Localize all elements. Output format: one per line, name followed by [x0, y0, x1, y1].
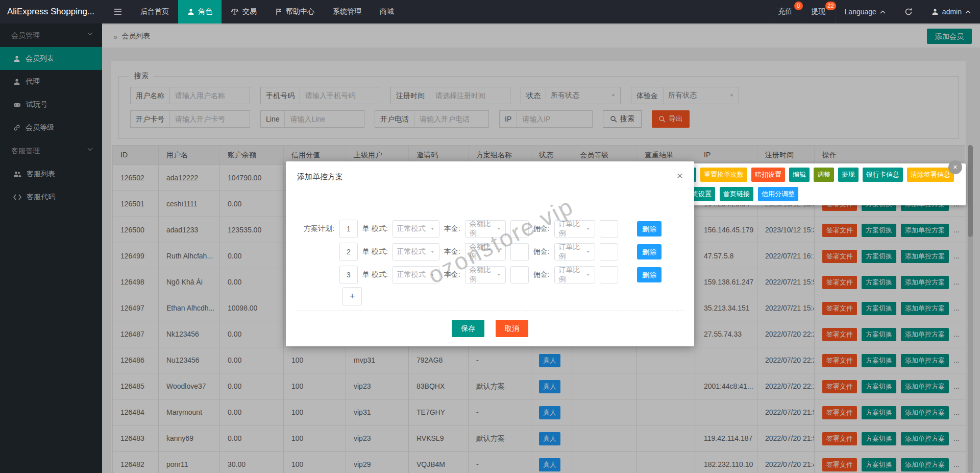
delete-row-button[interactable]: 删除 — [637, 267, 662, 282]
select-value: 余额比例 — [470, 266, 497, 284]
plan-count-input[interactable] — [339, 243, 358, 261]
select-value: 余额比例 — [470, 243, 497, 261]
caret-down-icon: ▼ — [430, 250, 435, 254]
principal-label: 本金: — [444, 224, 460, 233]
navbar-menu: 后台首页角色交易帮助中心系统管理商城 — [131, 0, 403, 23]
plan-count-input[interactable] — [339, 266, 358, 284]
save-button[interactable]: 保存 — [452, 320, 484, 337]
nav-item-label: 后台首页 — [140, 7, 169, 16]
commission-select[interactable]: 订单比例▼ — [554, 266, 595, 283]
principal-value-input[interactable] — [510, 220, 529, 238]
unit-mode-label: 单 模式: — [362, 247, 388, 256]
nav-item-label: 角色 — [198, 7, 212, 16]
nav-item-后台首页[interactable]: 后台首页 — [131, 0, 178, 23]
chevron-up-icon — [880, 10, 886, 14]
plan-count-input[interactable] — [339, 220, 358, 238]
modal-close-button[interactable]: × — [677, 170, 683, 182]
commission-select[interactable]: 订单比例▼ — [554, 220, 595, 238]
withdraw-label: 提现 — [812, 7, 826, 16]
nav-item-label: 系统管理 — [333, 7, 361, 16]
mode-select[interactable]: 正常模式▼ — [393, 243, 439, 261]
add-plan-row-button[interactable]: + — [342, 287, 362, 305]
mode-select[interactable]: 正常模式▼ — [393, 220, 439, 238]
refresh-icon — [904, 8, 913, 16]
admin-user-menu[interactable]: admin — [922, 0, 980, 23]
hamburger-icon — [114, 8, 122, 15]
select-value: 订单比例 — [559, 220, 586, 238]
caret-down-icon: ▼ — [586, 273, 591, 277]
principal-select[interactable]: 余额比例▼ — [465, 266, 506, 283]
delete-row-button[interactable]: 删除 — [637, 221, 662, 236]
plan-row: 单 模式:正常模式▼本金:余额比例▼佣金:订单比例▼删除 — [293, 266, 694, 284]
modal-footer: 保存 取消 — [286, 320, 694, 337]
flag-icon — [275, 8, 282, 15]
modal-divider — [296, 311, 684, 311]
principal-value-input[interactable] — [510, 243, 529, 261]
plan-rows-label: 方案计划: — [293, 224, 334, 233]
nav-item-商城[interactable]: 商城 — [371, 0, 403, 23]
delete-row-button[interactable]: 删除 — [637, 244, 662, 259]
principal-value-input[interactable] — [510, 266, 529, 283]
caret-down-icon: ▼ — [430, 227, 435, 231]
language-label: Language — [845, 8, 876, 16]
commission-value-input[interactable] — [600, 220, 618, 238]
admin-app: AliExpress Shopping... 后台首页角色交易帮助中心系统管理商… — [0, 0, 980, 473]
popup-action-首页链接[interactable]: 首页链接 — [720, 187, 753, 201]
caret-down-icon: ▼ — [497, 227, 501, 231]
popup-action-银行卡信息[interactable]: 银行卡信息 — [863, 168, 903, 182]
commission-label: 佣金: — [533, 247, 550, 256]
admin-label: admin — [942, 8, 962, 16]
select-value: 正常模式 — [397, 270, 426, 279]
commission-value-input[interactable] — [600, 266, 618, 283]
top-navbar: AliExpress Shopping... 后台首页角色交易帮助中心系统管理商… — [0, 0, 980, 23]
select-value: 正常模式 — [397, 224, 426, 233]
nav-item-系统管理[interactable]: 系统管理 — [324, 0, 371, 23]
commission-value-input[interactable] — [600, 243, 618, 261]
withdraw-button[interactable]: 提现 22 — [802, 0, 835, 23]
popup-action-重置抢单次数[interactable]: 重置抢单次数 — [700, 168, 747, 182]
caret-down-icon: ▼ — [586, 250, 591, 254]
plan-row: 方案计划:单 模式:正常模式▼本金:余额比例▼佣金:订单比例▼删除 — [293, 220, 694, 238]
popup-actions-row-2: 奖设置首页链接信用分调整 — [688, 187, 798, 201]
cancel-button[interactable]: 取消 — [496, 320, 528, 337]
caret-down-icon: ▼ — [497, 250, 501, 254]
commission-label: 佣金: — [533, 224, 550, 233]
commission-label: 佣金: — [533, 270, 550, 279]
principal-label: 本金: — [444, 270, 460, 279]
nav-item-角色[interactable]: 角色 — [178, 0, 222, 23]
person-icon — [187, 8, 194, 15]
select-value: 余额比例 — [470, 220, 497, 238]
recharge-label: 充值 — [778, 7, 793, 16]
popup-action-编辑[interactable]: 编辑 — [789, 168, 810, 182]
nav-item-label: 商城 — [380, 7, 394, 16]
mode-select[interactable]: 正常模式▼ — [393, 266, 439, 283]
nav-item-交易[interactable]: 交易 — [222, 0, 266, 23]
select-value: 正常模式 — [397, 247, 426, 256]
unit-mode-label: 单 模式: — [362, 270, 388, 279]
plan-row: 单 模式:正常模式▼本金:余额比例▼佣金:订单比例▼删除 — [293, 243, 694, 261]
nav-item-label: 帮助中心 — [286, 7, 314, 16]
language-menu[interactable]: Language — [835, 0, 895, 23]
principal-label: 本金: — [444, 247, 460, 256]
popup-action-调整[interactable]: 调整 — [814, 168, 834, 182]
navbar-right: 充值 0 提现 22 Language admin — [769, 0, 980, 23]
popup-action-信用分调整[interactable]: 信用分调整 — [758, 187, 798, 201]
commission-select[interactable]: 订单比例▼ — [554, 243, 595, 261]
caret-down-icon: ▼ — [430, 273, 435, 277]
app-logo: AliExpress Shopping... — [0, 7, 105, 17]
principal-select[interactable]: 余额比例▼ — [465, 220, 506, 238]
popup-action-暗扣设置[interactable]: 暗扣设置 — [751, 168, 785, 182]
principal-select[interactable]: 余额比例▼ — [465, 243, 506, 261]
sidebar-toggle-button[interactable] — [105, 0, 131, 23]
refresh-button[interactable] — [895, 0, 922, 23]
popup-close-button[interactable]: × — [948, 160, 962, 174]
scale-icon — [231, 8, 239, 15]
popup-action-提现[interactable]: 提现 — [838, 168, 859, 182]
nav-item-帮助中心[interactable]: 帮助中心 — [266, 0, 324, 23]
recharge-button[interactable]: 充值 0 — [769, 0, 802, 23]
nav-item-label: 交易 — [242, 7, 257, 16]
select-value: 订单比例 — [559, 243, 586, 261]
popup-action-清除签署信息[interactable]: 清除签署信息 — [907, 168, 954, 182]
popup-actions-row-1: 方案重置抢单次数暗扣设置编辑调整提现银行卡信息清除签署信息 — [676, 168, 954, 182]
withdraw-badge: 22 — [825, 2, 836, 10]
